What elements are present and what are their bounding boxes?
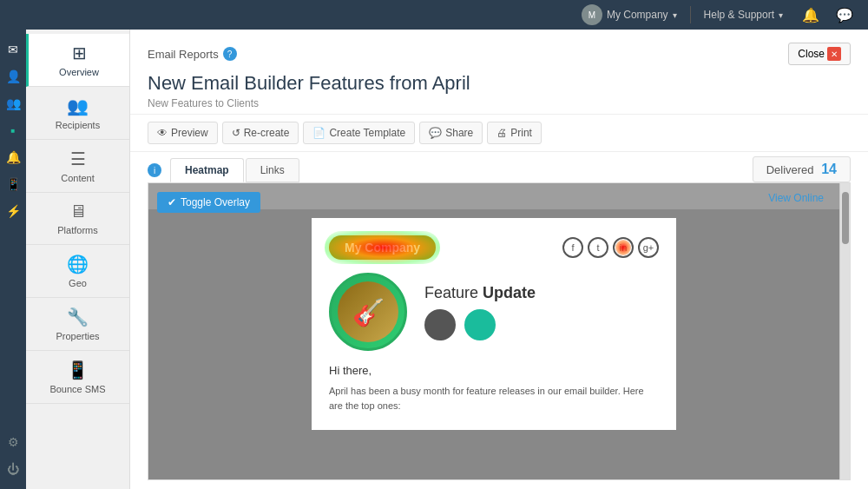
- feature-text-area: Feature Update: [424, 284, 659, 340]
- tab-info-icon[interactable]: i: [148, 163, 161, 177]
- page-title: Email Reports ?: [148, 47, 237, 61]
- sidebar-item-label: Geo: [69, 278, 87, 288]
- sidebar-thin-mail[interactable]: ✉: [2, 38, 24, 61]
- scrollbar-thumb[interactable]: [842, 192, 849, 244]
- sidebar-item-content[interactable]: ☰ Content: [26, 140, 129, 193]
- main-layout: ✉ 👤 👥 ■ 🔔 📱 ⚡ ⚙ ⏻ ⊞ Overview 👥 Recipient…: [0, 30, 868, 489]
- email-title: New Email Builder Features from April: [148, 72, 851, 95]
- tab-delivered-row: i Heatmap Links Delivered 14: [130, 152, 868, 182]
- sidebar-item-label: Platforms: [57, 225, 97, 235]
- sidebar-item-label: Overview: [59, 67, 99, 77]
- close-x-icon: ✕: [827, 47, 841, 61]
- view-online-link[interactable]: View Online: [768, 192, 824, 204]
- delivered-badge: Delivered 14: [753, 156, 851, 182]
- preview-label: Preview: [171, 127, 208, 139]
- recipients-icon: 👥: [67, 96, 89, 116]
- company-dropdown-icon: ▾: [673, 10, 677, 20]
- print-icon: 🖨: [496, 127, 507, 139]
- page-title-text: Email Reports: [148, 48, 219, 61]
- sidebar-item-recipients[interactable]: 👥 Recipients: [26, 87, 129, 140]
- feature-title-bold: Update: [483, 284, 536, 301]
- feature-title: Feature Update: [424, 284, 659, 302]
- social-icon-linkedin[interactable]: in: [613, 237, 634, 258]
- help-support-menu[interactable]: Help & Support ▾: [695, 0, 792, 30]
- share-label: Share: [445, 127, 473, 139]
- feature-row: 🎸 Feature Update: [329, 273, 659, 351]
- sidebar-item-bounce-sms[interactable]: 📱 Bounce SMS: [26, 351, 129, 404]
- sidebar-item-platforms[interactable]: 🖥 Platforms: [26, 193, 129, 245]
- print-label: Print: [510, 127, 532, 139]
- platforms-icon: 🖥: [69, 202, 87, 221]
- avatar: M: [582, 4, 602, 25]
- preview-area: ✔ Toggle Overlay View Online: [148, 182, 851, 480]
- sidebar-thin-phone[interactable]: 📱: [2, 173, 24, 195]
- delivered-label: Delivered: [766, 163, 814, 176]
- page-help-icon[interactable]: ?: [223, 47, 237, 61]
- sidebar-thin-power[interactable]: ⏻: [2, 458, 24, 480]
- close-button[interactable]: Close ✕: [788, 43, 851, 65]
- email-body: My Company f t in: [312, 218, 676, 430]
- company-menu[interactable]: M My Company ▾: [573, 0, 686, 30]
- logo-container: My Company: [329, 235, 436, 260]
- toggle-overlay-button[interactable]: ✔ Toggle Overlay: [157, 192, 260, 213]
- sidebar-item-label: Bounce SMS: [49, 384, 105, 394]
- print-button[interactable]: 🖨 Print: [487, 122, 542, 144]
- action-circle-dark[interactable]: [424, 309, 456, 340]
- overview-icon: ⊞: [72, 43, 87, 63]
- nav-divider: [690, 6, 691, 23]
- help-dropdown-icon: ▾: [779, 10, 783, 20]
- content-icon: ☰: [70, 149, 86, 169]
- sidebar-thin-team[interactable]: 👥: [2, 92, 24, 115]
- feature-title-light: Feature: [424, 284, 478, 301]
- email-logo-area: My Company f t in: [329, 235, 659, 260]
- sidebar-item-geo[interactable]: 🌐 Geo: [26, 245, 129, 298]
- sidebar-thin-user[interactable]: 👤: [2, 65, 24, 88]
- sidebar-thin-bell[interactable]: 🔔: [2, 146, 24, 169]
- geo-icon: 🌐: [67, 254, 89, 274]
- properties-icon: 🔧: [67, 307, 89, 327]
- preview-button[interactable]: 👁 Preview: [148, 122, 218, 144]
- preview-scrollbar[interactable]: [839, 183, 850, 479]
- links-tab-label: Links: [260, 164, 285, 176]
- close-label: Close: [798, 48, 825, 60]
- social-icon-facebook[interactable]: f: [562, 237, 583, 258]
- social-icon-twitter[interactable]: t: [588, 237, 608, 258]
- sidebar-thin-lightning[interactable]: ⚡: [2, 200, 24, 222]
- content-area: Email Reports ? Close ✕ New Email Builde…: [130, 30, 868, 489]
- company-label: My Company: [607, 9, 668, 21]
- social-icons: f t in g+: [562, 237, 659, 258]
- delivered-count: 14: [821, 162, 837, 176]
- template-icon: 📄: [312, 127, 326, 139]
- toolbar: 👁 Preview ↺ Re-create 📄 Create Template …: [130, 115, 868, 152]
- refresh-icon: ↺: [232, 127, 240, 139]
- heatmap-linkedin: [615, 240, 631, 255]
- sidebar-item-overview[interactable]: ⊞ Overview: [26, 34, 129, 87]
- action-buttons: [424, 309, 659, 340]
- recreate-button[interactable]: ↺ Re-create: [222, 122, 299, 144]
- toggle-icon: ✔: [168, 196, 176, 208]
- logo-text: My Company: [329, 235, 436, 260]
- share-icon: 💬: [429, 127, 442, 139]
- tab-links[interactable]: Links: [246, 158, 299, 182]
- help-label: Help & Support: [704, 9, 774, 21]
- sub-content: i Heatmap Links Delivered 14 ✔ Tog: [130, 152, 868, 489]
- email-subtitle: New Features to Clients: [148, 97, 851, 109]
- guitar-icon: 🎸: [352, 297, 385, 327]
- sidebar-thin-settings[interactable]: ⚙: [2, 431, 24, 453]
- heatmap-tab-label: Heatmap: [185, 164, 229, 176]
- social-icon-googleplus[interactable]: g+: [638, 237, 659, 258]
- sidebar-thin-active[interactable]: ■: [2, 119, 24, 142]
- action-circle-teal[interactable]: [464, 309, 496, 340]
- tab-heatmap[interactable]: Heatmap: [170, 158, 244, 182]
- sidebar-item-properties[interactable]: 🔧 Properties: [26, 298, 129, 351]
- share-button[interactable]: 💬 Share: [419, 122, 483, 144]
- sidebar-item-label: Content: [61, 173, 95, 183]
- recreate-label: Re-create: [244, 127, 290, 139]
- hi-there-text: Hi there,: [329, 364, 659, 377]
- notifications-icon[interactable]: 🔔: [796, 0, 825, 30]
- create-template-button[interactable]: 📄 Create Template: [303, 122, 415, 144]
- chat-icon[interactable]: 💬: [830, 0, 859, 30]
- sidebar-main: ⊞ Overview 👥 Recipients ☰ Content 🖥 Plat…: [26, 30, 130, 489]
- bounce-sms-icon: 📱: [67, 360, 89, 380]
- guitar-image: 🎸: [329, 273, 407, 351]
